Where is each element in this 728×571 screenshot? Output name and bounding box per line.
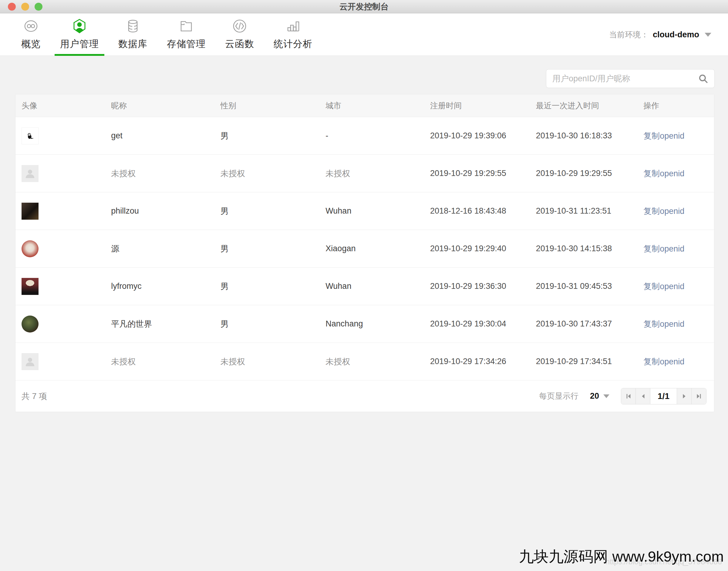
tab-database[interactable]: 数据库 — [113, 13, 153, 56]
per-page-selector[interactable]: 20 — [590, 391, 609, 401]
registered-cell: 2019-10-29 19:39:06 — [430, 131, 536, 140]
city-cell: Wuhan — [326, 281, 430, 291]
last_visit-cell: 2019-10-31 09:45:53 — [536, 281, 644, 291]
registered-cell: 2019-10-29 19:36:30 — [430, 281, 536, 291]
window-title: 云开发控制台 — [0, 1, 728, 12]
cloud-function-icon — [232, 19, 247, 33]
tab-label: 统计分析 — [274, 38, 313, 50]
city-cell: Nanchang — [326, 319, 430, 329]
copy-openid-link[interactable]: 复制openid — [643, 357, 684, 366]
window-titlebar: 云开发控制台 — [0, 0, 728, 13]
table-cell — [21, 165, 111, 182]
nickname-cell: 源 — [111, 243, 221, 254]
table-cell: 复制openid — [643, 319, 714, 330]
total-count: 共 7 项 — [21, 391, 47, 402]
table-cell: 复制openid — [643, 356, 714, 367]
user-table-card: 头像昵称性别城市注册时间最近一次进入时间操作 get男-2019-10-29 1… — [15, 94, 714, 412]
column-header: 昵称 — [111, 100, 221, 111]
avatar — [21, 127, 38, 144]
tab-label: 概览 — [21, 38, 41, 50]
last_visit-cell: 2019-10-30 17:43:37 — [536, 319, 644, 329]
minimize-window-button[interactable] — [21, 3, 29, 11]
environment-label: 当前环境： — [609, 29, 648, 40]
page-indicator: 1/1 — [650, 388, 677, 404]
avatar — [21, 278, 38, 295]
watermark: https://blog.csdn.net/qq_57984086 九块九源码网… — [519, 547, 724, 567]
previous-page-button[interactable] — [636, 388, 650, 404]
gender-cell: 未授权 — [221, 356, 326, 367]
tab-overview-infinity[interactable]: 概览 — [16, 13, 46, 56]
per-page-label: 每页显示行 — [539, 391, 579, 402]
watermark-text: 九块九源码网 www.9k9ym.com — [519, 547, 724, 567]
table-row: phillzou男Wuhan2018-12-16 18:43:482019-10… — [15, 192, 714, 230]
tab-stats-chart[interactable]: 统计分析 — [268, 13, 318, 56]
registered-cell: 2019-10-29 19:29:40 — [430, 244, 536, 253]
gender-cell: 男 — [221, 319, 326, 330]
table-cell — [21, 316, 111, 333]
tab-label: 云函数 — [225, 38, 254, 50]
table-cell — [21, 240, 111, 257]
table-cell — [21, 353, 111, 370]
city-cell: 未授权 — [326, 356, 430, 367]
tab-label: 存储管理 — [167, 38, 206, 50]
environment-value: cloud-demo — [653, 30, 699, 39]
city-cell: 未授权 — [326, 168, 430, 179]
copy-openid-link[interactable]: 复制openid — [643, 207, 684, 216]
last_visit-cell: 2019-10-29 19:29:55 — [536, 169, 644, 178]
registered-cell: 2018-12-16 18:43:48 — [430, 206, 536, 216]
table-cell — [21, 203, 111, 220]
registered-cell: 2019-10-29 19:29:55 — [430, 169, 536, 178]
nickname-cell: lyfromyc — [111, 281, 221, 291]
copy-openid-link[interactable]: 复制openid — [643, 244, 684, 253]
last_visit-cell: 2019-10-31 11:23:51 — [536, 206, 644, 216]
search-input[interactable] — [546, 74, 698, 84]
avatar — [21, 203, 38, 220]
city-cell: Wuhan — [326, 206, 430, 216]
table-row: lyfromyc男Wuhan2019-10-29 19:36:302019-10… — [15, 267, 714, 305]
tab-user-management[interactable]: 用户管理 — [54, 13, 104, 56]
nickname-cell: 未授权 — [111, 168, 221, 179]
copy-openid-link[interactable]: 复制openid — [643, 282, 684, 291]
last_visit-cell: 2019-10-29 17:34:51 — [536, 357, 644, 366]
nickname-cell: 未授权 — [111, 356, 221, 367]
city-cell: Xiaogan — [326, 244, 430, 253]
nickname-cell: phillzou — [111, 206, 221, 216]
avatar — [21, 353, 38, 370]
column-header: 城市 — [326, 100, 430, 111]
zoom-window-button[interactable] — [34, 3, 42, 11]
gender-cell: 未授权 — [221, 168, 326, 179]
copy-openid-link[interactable]: 复制openid — [643, 131, 684, 140]
first-page-button[interactable] — [621, 388, 636, 404]
next-page-button[interactable] — [677, 388, 692, 404]
avatar — [21, 316, 38, 333]
user-search-box — [546, 69, 715, 88]
registered-cell: 2019-10-29 19:30:04 — [430, 319, 536, 329]
tab-cloud-function[interactable]: 云函数 — [220, 13, 260, 56]
tab-storage-folder[interactable]: 存储管理 — [161, 13, 211, 56]
column-header: 注册时间 — [430, 100, 536, 111]
last-page-button[interactable] — [692, 388, 706, 404]
table-cell: 复制openid — [643, 243, 714, 254]
environment-selector[interactable]: 当前环境： cloud-demo — [609, 13, 711, 56]
overview-infinity-icon — [24, 19, 38, 33]
table-cell — [21, 278, 111, 295]
chevron-down-icon — [705, 33, 711, 37]
avatar — [21, 165, 38, 182]
per-page-value: 20 — [590, 391, 599, 401]
gender-cell: 男 — [221, 243, 326, 254]
gender-cell: 男 — [221, 206, 326, 217]
close-window-button[interactable] — [8, 3, 16, 11]
copy-openid-link[interactable]: 复制openid — [643, 169, 684, 178]
traffic-lights — [8, 3, 42, 11]
copy-openid-link[interactable]: 复制openid — [643, 320, 684, 329]
city-cell: - — [326, 131, 430, 140]
table-row: 平凡的世界男Nanchang2019-10-29 19:30:042019-10… — [15, 305, 714, 343]
registered-cell: 2019-10-29 17:34:26 — [430, 357, 536, 366]
table-footer: 共 7 项 每页显示行 20 1/1 — [15, 380, 714, 412]
database-icon — [126, 19, 140, 33]
user-management-icon — [72, 19, 87, 33]
search-icon[interactable] — [698, 74, 708, 84]
storage-folder-icon — [179, 19, 194, 33]
column-header: 最近一次进入时间 — [536, 100, 644, 111]
last_visit-cell: 2019-10-30 16:18:33 — [536, 131, 644, 140]
